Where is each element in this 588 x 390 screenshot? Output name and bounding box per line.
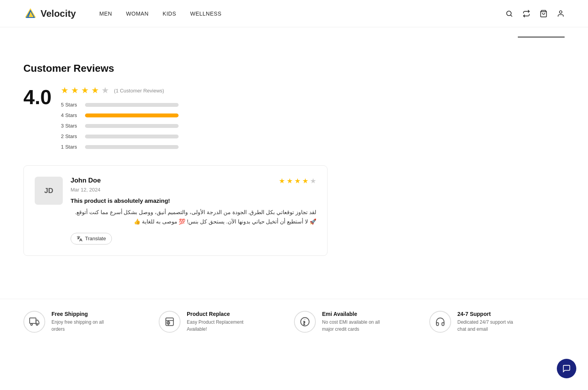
nav-men[interactable]: MEN: [99, 10, 112, 17]
feature-free-shipping-title: Free Shipping: [51, 311, 114, 317]
feature-emi-text: Emi Available No cost EMI available on a…: [322, 311, 384, 333]
review-date: Mar 12, 2024: [71, 187, 316, 193]
bar-5-track: [85, 103, 179, 107]
star-bars: 5 Stars 4 Stars 3 Stars 2 Stars 1 Stars: [61, 102, 328, 150]
feature-free-shipping-desc: Enjoy free shipping on all orders: [51, 319, 114, 333]
svg-point-9: [36, 323, 38, 325]
feature-support-desc: Dedicated 24/7 support via chat and emai…: [457, 319, 520, 333]
emi-icon: [294, 311, 316, 333]
bar-2-stars: 2 Stars: [61, 133, 328, 139]
bar-5-label: 5 Stars: [61, 102, 80, 108]
bar-2-label: 2 Stars: [61, 133, 80, 139]
free-shipping-icon: [23, 311, 45, 333]
review-star-4: ★: [302, 177, 308, 185]
reviews-section-title: Customer Reviews: [23, 62, 328, 74]
brand-name: Velocity: [41, 8, 76, 19]
feature-free-shipping-text: Free Shipping Enjoy free shipping on all…: [51, 311, 114, 333]
star-5: ★: [101, 85, 109, 96]
velocity-logo-icon: [23, 7, 37, 21]
star-3: ★: [81, 85, 89, 96]
user-icon: [557, 10, 565, 18]
bar-4-track: [85, 113, 179, 117]
review-stars: ★ ★ ★ ★ ★: [279, 177, 316, 185]
svg-rect-7: [30, 318, 36, 323]
bar-4-stars: 4 Stars: [61, 112, 328, 118]
translate-label: Translate: [85, 236, 106, 241]
bar-2-track: [85, 135, 179, 138]
review-card: JD John Doe ★ ★ ★ ★ ★ Mar 12, 2024 This …: [23, 165, 328, 256]
star-1: ★: [61, 85, 69, 96]
feature-support-title: 24-7 Support: [457, 311, 520, 317]
reviewer-avatar: JD: [35, 177, 63, 205]
account-button[interactable]: [557, 10, 565, 18]
feature-emi: Emi Available No cost EMI available on a…: [294, 311, 429, 333]
feature-product-replace-desc: Easy Product Replacement Available!: [187, 319, 249, 333]
search-button[interactable]: [505, 10, 513, 18]
star-4: ★: [91, 85, 99, 96]
features-bar: Free Shipping Enjoy free shipping on all…: [0, 299, 588, 344]
review-star-3: ★: [294, 177, 301, 185]
star-2: ★: [71, 85, 79, 96]
nav-woman[interactable]: WOMAN: [126, 10, 149, 17]
nav-icons: [505, 10, 565, 18]
nav-links: MEN WOMAN KIDS WELLNESS: [99, 10, 221, 17]
bar-1-track: [85, 145, 179, 149]
cart-button[interactable]: [540, 10, 547, 18]
bar-1-label: 1 Stars: [61, 144, 80, 150]
compare-button[interactable]: [522, 10, 530, 18]
feature-product-replace-text: Product Replace Easy Product Replacement…: [187, 311, 249, 333]
product-replace-icon: [159, 311, 181, 333]
translate-button[interactable]: Translate: [71, 233, 112, 245]
review-body: John Doe ★ ★ ★ ★ ★ Mar 12, 2024 This pro…: [71, 177, 316, 245]
review-header: John Doe ★ ★ ★ ★ ★: [71, 177, 316, 185]
nav-wellness[interactable]: WELLNESS: [190, 10, 221, 17]
feature-free-shipping: Free Shipping Enjoy free shipping on all…: [23, 311, 159, 333]
review-star-2: ★: [287, 177, 293, 185]
translate-icon: [76, 236, 83, 242]
add-to-cart-underline: [518, 37, 565, 37]
overall-score: 4.0: [23, 87, 51, 107]
main-content: Customer Reviews 4.0 ★ ★ ★ ★ ★ (1 Custom…: [0, 47, 351, 299]
feature-emi-desc: No cost EMI available on all major credi…: [322, 319, 384, 333]
svg-line-4: [511, 15, 512, 16]
compare-icon: [522, 10, 530, 18]
reviewer-name: John Doe: [71, 177, 101, 184]
add-to-cart-bar: [0, 27, 588, 47]
cart-icon: [540, 10, 547, 18]
feature-support-text: 24-7 Support Dedicated 24/7 support via …: [457, 311, 520, 333]
svg-point-3: [507, 11, 511, 16]
svg-point-6: [560, 11, 562, 13]
review-count-label: (1 Customer Reviews): [114, 88, 164, 94]
bar-4-label: 4 Stars: [61, 112, 80, 118]
bar-1-stars: 1 Stars: [61, 144, 328, 150]
svg-marker-0: [25, 8, 36, 18]
support-icon: [429, 311, 451, 333]
review-text: لقد تجاوز توقعاتي بكل الطرق. الجودة من ا…: [71, 208, 316, 227]
nav-kids[interactable]: KIDS: [163, 10, 176, 17]
rating-details: ★ ★ ★ ★ ★ (1 Customer Reviews) 5 Stars 4…: [61, 85, 328, 150]
bar-5-stars: 5 Stars: [61, 102, 328, 108]
search-icon: [505, 10, 513, 18]
review-title: This product is absolutely amazing!: [71, 197, 316, 204]
review-star-1: ★: [279, 177, 285, 185]
bar-3-track: [85, 124, 179, 128]
logo-area[interactable]: Velocity: [23, 7, 76, 21]
feature-support: 24-7 Support Dedicated 24/7 support via …: [429, 311, 565, 333]
overall-stars-row: ★ ★ ★ ★ ★ (1 Customer Reviews): [61, 85, 328, 96]
bar-3-label: 3 Stars: [61, 123, 80, 129]
feature-product-replace-title: Product Replace: [187, 311, 249, 317]
bar-3-stars: 3 Stars: [61, 123, 328, 129]
svg-point-8: [31, 323, 32, 325]
feature-emi-title: Emi Available: [322, 311, 384, 317]
review-star-5: ★: [310, 177, 316, 185]
bar-4-fill: [85, 113, 179, 117]
navbar: Velocity MEN WOMAN KIDS WELLNESS: [0, 0, 588, 27]
feature-product-replace: Product Replace Easy Product Replacement…: [159, 311, 294, 333]
rating-overview: 4.0 ★ ★ ★ ★ ★ (1 Customer Reviews) 5 Sta…: [23, 85, 328, 150]
